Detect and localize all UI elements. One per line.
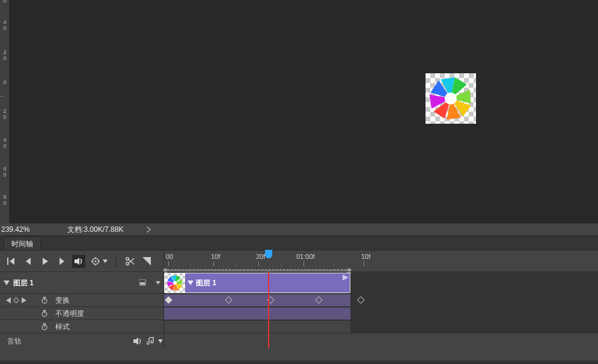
svg-marker-12	[43, 258, 48, 265]
ruler-tick-label: 0	[1, 143, 8, 149]
audio-track-area[interactable]	[163, 333, 598, 349]
prev-keyframe-button[interactable]	[6, 297, 11, 303]
prop-opacity[interactable]: 不透明度	[55, 309, 84, 319]
status-bar: 239.42% 文档: 3.00K/7.88K	[0, 223, 598, 235]
svg-rect-44	[14, 298, 19, 303]
layer-name[interactable]: 图层 1	[13, 278, 34, 288]
panel-tab-bar: 时间轴	[0, 235, 598, 250]
ruler-label: 10f	[361, 253, 370, 260]
svg-marker-42	[343, 275, 349, 281]
prop-transform[interactable]: 变换	[55, 296, 70, 306]
layer-content-pinwheel[interactable]	[426, 73, 476, 124]
ruler-tick-label: 6	[1, 166, 8, 172]
audio-mute-button[interactable]	[131, 335, 144, 348]
keyframe-track-opacity[interactable]	[164, 307, 598, 320]
audio-track-label[interactable]: 音轨	[7, 336, 22, 347]
chevron-right-icon[interactable]	[146, 226, 151, 232]
ruler-tick-label: 0	[1, 25, 8, 31]
ruler-tick-label: 2	[1, 49, 8, 55]
prop-style[interactable]: 样式	[55, 322, 70, 332]
vertical-ruler: 0 4 0 2 0 0 2 0 4 0 6 0 8 0	[0, 0, 10, 223]
stopwatch-icon[interactable]	[41, 310, 49, 317]
layer-options-dropdown[interactable]	[153, 281, 163, 285]
svg-marker-55	[133, 338, 138, 345]
ruler-tick-label: 0	[1, 0, 8, 4]
ruler-tick-label: 0	[1, 114, 8, 120]
prev-frame-button[interactable]	[22, 255, 35, 268]
canvas[interactable]	[10, 0, 598, 223]
svg-marker-41	[188, 281, 194, 285]
clip-label: 图层 1	[196, 278, 216, 288]
ruler-tick-label: 0	[1, 200, 8, 206]
stopwatch-icon[interactable]	[41, 323, 49, 330]
ruler-tick-label: 0	[1, 55, 8, 61]
svg-point-8	[445, 93, 457, 105]
doc-size-label: 文档:	[67, 223, 84, 235]
ruler-tick-label: 8	[1, 194, 8, 200]
audio-dropdown[interactable]	[157, 335, 163, 348]
go-to-first-frame-button[interactable]	[5, 255, 18, 268]
layer-options-button[interactable]	[138, 279, 149, 287]
keyframe-track-transform[interactable]	[164, 294, 598, 306]
playhead-line[interactable]	[268, 271, 269, 348]
svg-marker-10	[10, 258, 14, 265]
next-frame-button[interactable]	[55, 255, 69, 268]
keyframe[interactable]	[357, 296, 365, 304]
ruler-tick-label: 2	[1, 108, 8, 114]
svg-marker-28	[4, 281, 10, 285]
ruler-tick-label: 4	[1, 19, 8, 25]
svg-rect-48	[43, 297, 46, 298]
expand-layer-icon[interactable]	[4, 281, 10, 285]
svg-rect-9	[7, 258, 8, 265]
audio-toggle-button[interactable]	[72, 255, 85, 268]
transport-controls	[0, 250, 163, 271]
zoom-level[interactable]: 239.42%	[1, 223, 67, 235]
ruler-tick-label: 0	[1, 79, 8, 85]
svg-marker-45	[22, 297, 26, 303]
tab-timeline[interactable]: 时间轴	[4, 237, 41, 250]
playhead-handle[interactable]	[265, 250, 272, 258]
svg-rect-30	[140, 282, 145, 285]
play-button[interactable]	[38, 255, 52, 268]
ruler-label: 01:00f	[296, 253, 315, 260]
add-keyframe-button[interactable]	[13, 297, 19, 303]
settings-button[interactable]	[89, 255, 102, 268]
time-ruler[interactable]: 00 10f 20f 01:00f 10f	[164, 250, 598, 271]
svg-marker-13	[59, 258, 64, 265]
svg-marker-21	[103, 259, 108, 263]
ruler-label: 10f	[211, 253, 220, 260]
timeline-clip[interactable]: 图层 1	[164, 273, 350, 293]
split-clip-button[interactable]	[123, 255, 136, 268]
clip-end-handle-icon[interactable]	[343, 275, 349, 281]
svg-marker-31	[156, 281, 160, 285]
ruler-label: 20f	[256, 253, 265, 260]
add-audio-button[interactable]	[144, 335, 157, 348]
svg-point-16	[95, 260, 97, 262]
svg-rect-54	[43, 323, 46, 324]
next-keyframe-button[interactable]	[22, 297, 26, 303]
ruler-tick-label: 4	[1, 137, 8, 143]
transition-button[interactable]	[140, 255, 153, 268]
svg-marker-56	[158, 339, 163, 343]
doc-size-value: 3.00K/7.88K	[84, 223, 123, 235]
svg-marker-43	[6, 297, 11, 303]
svg-rect-51	[43, 310, 46, 311]
ruler-tick-label: 0	[1, 172, 8, 178]
settings-dropdown[interactable]	[102, 255, 108, 268]
clip-expand-icon[interactable]	[188, 281, 194, 285]
svg-point-40	[173, 281, 177, 285]
svg-marker-14	[75, 258, 79, 265]
keyframe-track-style[interactable]	[164, 320, 598, 333]
stopwatch-icon[interactable]	[41, 297, 49, 304]
svg-marker-11	[26, 258, 31, 265]
ruler-label: 00	[166, 253, 173, 260]
